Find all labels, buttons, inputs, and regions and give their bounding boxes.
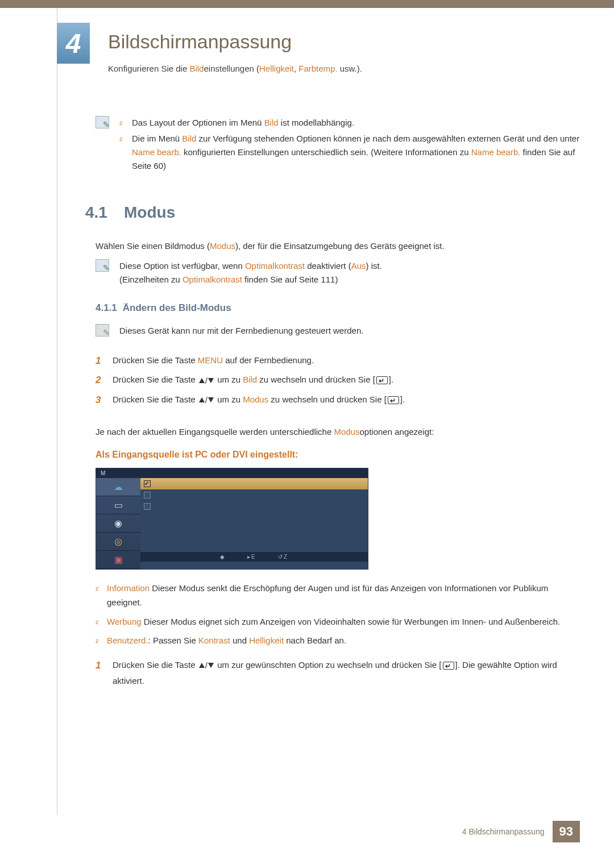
step-text: Drücken Sie die Taste / um zu Modus zu w…	[113, 392, 405, 409]
text: auf der Fernbedienung.	[223, 355, 314, 365]
hl-menu: MENU	[198, 355, 223, 365]
text: Dieser Modus senkt die Erschöpfung der A…	[107, 583, 548, 608]
bullet-z: z	[119, 132, 125, 173]
osd-body: ☁ ▭ ◉ ◎ ▣ ✔	[96, 478, 368, 569]
hl: Bild	[264, 118, 279, 127]
osd-menu-screenshot: M ☁ ▭ ◉ ◎ ▣ ✔	[96, 468, 368, 570]
step-item-3: 3 Drücken Sie die Taste / um zu Modus zu…	[96, 392, 580, 409]
text: um zur gewünschten Option zu wechseln un…	[215, 660, 442, 670]
text: optionen angezeigt:	[359, 427, 434, 437]
chapter-number: 4	[66, 28, 81, 59]
bullet-line: z Die im Menü Bild zur Verfügung stehend…	[119, 132, 580, 173]
enter-icon	[443, 662, 454, 670]
intro-note-block: z Das Layout der Optionen im Menü Bild i…	[96, 116, 580, 175]
note-body: Diese Option ist verfügbar, wenn Optimal…	[119, 259, 382, 286]
osd-sidebar: ☁ ▭ ◉ ◎ ▣	[96, 478, 140, 569]
section-intro: Wählen Sie einen Bildmodus (Modus), der …	[96, 239, 580, 254]
modus-note-block: Diese Option ist verfügbar, wenn Optimal…	[96, 259, 580, 286]
text: ].	[400, 394, 405, 404]
hl: Name bearb.	[471, 147, 521, 157]
heading-4-1-1: 4.1.1Ändern des Bild-Modus	[96, 302, 580, 314]
text: Drücken Sie die Taste	[113, 375, 198, 384]
hl: Kontrast	[198, 636, 230, 645]
note-icon	[96, 116, 109, 128]
text: konfigurierten Einstellungen unterschied…	[181, 147, 471, 157]
content-area: z Das Layout der Optionen im Menü Bild i…	[57, 8, 614, 688]
hl: Bild	[243, 375, 257, 384]
text: ), der für die Einsatzumgebung des Gerät…	[235, 241, 445, 251]
final-step-list: 1 Drücken Sie die Taste / um zur gewünsc…	[96, 657, 580, 689]
hl: Name bearb.	[132, 147, 181, 157]
note-body: z Das Layout der Optionen im Menü Bild i…	[119, 116, 580, 175]
text: ].	[389, 375, 393, 384]
text: und	[230, 636, 249, 645]
page-footer: 4 Bildschirmanpassung 93	[462, 821, 580, 842]
chapter-number-badge: 4	[57, 23, 90, 64]
osd-title-row: M	[96, 468, 368, 478]
osd-footer-nav: ◆ ▸E ↺Z	[220, 554, 288, 560]
up-down-arrows-icon: /	[199, 658, 214, 673]
bullet-z: z	[119, 116, 125, 130]
note-icon	[96, 324, 109, 337]
step-number: 1	[96, 657, 105, 689]
step-number: 1	[96, 352, 105, 370]
text: Drücken Sie die Taste	[113, 355, 198, 365]
hl: Modus	[243, 394, 268, 404]
desc-text: Werbung Dieser Modus eignet sich zum Anz…	[107, 614, 560, 629]
bullet-z: z	[96, 581, 101, 610]
heading-4-1: 4.1 Modus	[85, 203, 580, 222]
osd-empty-space	[140, 512, 368, 552]
text: finden Sie auf Seite 111)	[242, 275, 338, 284]
text: Konfigurieren Sie die	[108, 64, 189, 73]
page-body: 4 Bildschirmanpassung Konfigurieren Sie …	[0, 8, 614, 849]
note-line: (Einzelheiten zu Optimalkontrast finden …	[119, 273, 382, 286]
text: Diese Option ist verfügbar, wenn	[119, 261, 245, 271]
text: um zu	[215, 394, 243, 404]
hl: Modus	[334, 427, 359, 437]
text: : Passen Sie	[148, 636, 198, 645]
osd-footer: ◆ ▸E ↺Z	[140, 552, 368, 562]
osd-side-setup-icon: ◎	[96, 533, 140, 551]
step-text: Drücken Sie die Taste / um zu Bild zu we…	[113, 372, 393, 389]
hl: Helligkeit	[249, 636, 284, 645]
bullet-text: Das Layout der Optionen im Menü Bild ist…	[132, 116, 354, 130]
bullet-line: z Das Layout der Optionen im Menü Bild i…	[119, 116, 580, 130]
text: (Einzelheiten zu	[119, 275, 182, 284]
osd-item	[140, 489, 368, 501]
text: Drücken Sie die Taste	[113, 660, 198, 670]
step-text: Drücken Sie die Taste / um zur gewünscht…	[113, 657, 580, 689]
step-number: 2	[96, 372, 105, 389]
chapter-subtitle: Konfigurieren Sie die Bildeinstellungen …	[108, 64, 362, 73]
step-item-1: 1 Drücken Sie die Taste MENU auf der Fer…	[96, 352, 580, 370]
text: Wählen Sie einen Bildmodus (	[96, 241, 210, 251]
checkbox-icon	[144, 492, 151, 499]
text: einstellungen (	[204, 64, 259, 73]
hl: Optimalkontrast	[182, 275, 242, 284]
text: Drücken Sie die Taste	[113, 394, 198, 404]
bullet-z: z	[96, 614, 101, 629]
text: zu wechseln und drücken Sie [	[268, 394, 387, 404]
osd-side-picture-icon: ☁	[96, 478, 140, 496]
text: ) ist.	[366, 261, 382, 271]
heading-num: 4.1.1	[96, 302, 117, 313]
text: Dieser Modus eignet sich zum Anzeigen vo…	[142, 617, 561, 626]
heading-num: 4.1	[85, 203, 111, 222]
text: E	[251, 554, 256, 560]
hl: Werbung	[107, 617, 142, 626]
hl: Bild	[182, 134, 196, 143]
hl: Optimalkontrast	[245, 261, 305, 271]
desc-text: Information Dieser Modus senkt die Ersch…	[107, 581, 580, 610]
chapter-title: Bildschirmanpassung	[108, 31, 292, 53]
text: usw.).	[338, 64, 362, 73]
hl: Benutzerd.	[107, 636, 148, 645]
checkbox-icon	[144, 503, 151, 510]
after-steps-text: Je nach der aktuellen Eingangsquelle wer…	[96, 425, 580, 439]
final-step-item: 1 Drücken Sie die Taste / um zur gewünsc…	[96, 657, 580, 689]
up-down-arrows-icon: /	[199, 373, 214, 388]
note-line: Diese Option ist verfügbar, wenn Optimal…	[119, 259, 382, 273]
left-vertical-rule	[57, 8, 57, 815]
text: zu wechseln und drücken Sie [	[257, 375, 375, 384]
top-brown-bar	[0, 0, 614, 8]
text: Die im Menü	[132, 134, 182, 143]
enter-icon	[376, 376, 388, 384]
